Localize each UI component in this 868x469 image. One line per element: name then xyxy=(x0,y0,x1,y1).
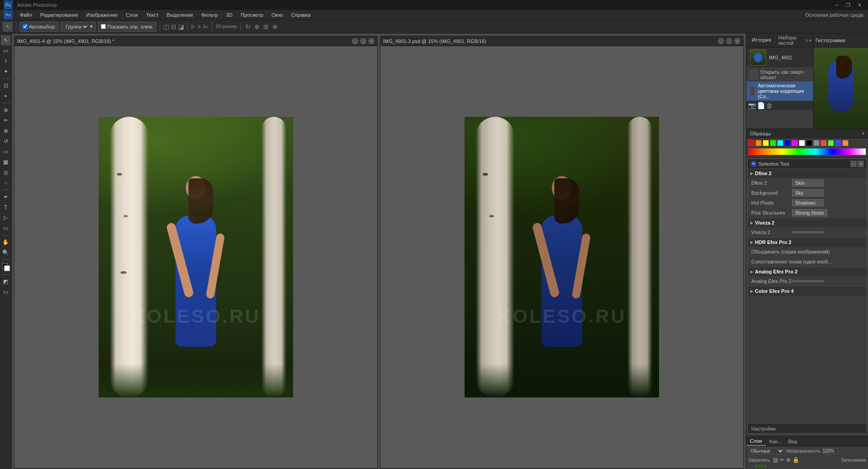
dfine2-value-1[interactable]: Sky xyxy=(792,189,824,196)
auto-select-toggle[interactable]: Автовыбор: xyxy=(19,22,59,32)
quick-mask-btn[interactable]: ◩ xyxy=(1,277,11,287)
paths-tab[interactable]: Вид xyxy=(786,437,800,445)
channels-tab[interactable]: Кан... xyxy=(766,437,786,445)
color-swatch[interactable] xyxy=(813,140,820,146)
layers-tab[interactable]: Слои xyxy=(746,437,766,446)
eraser-btn[interactable]: ▭ xyxy=(1,147,11,157)
analog-header[interactable]: ▶ Analog Efex Pro 2 xyxy=(748,267,867,276)
gradient-btn[interactable]: ▦ xyxy=(1,157,11,167)
selective-close-btn[interactable]: ✕ xyxy=(858,161,864,167)
viveza2-header[interactable]: ▶ Viveza 2 xyxy=(748,218,867,227)
window-controls[interactable]: Ps Adobe Photoshop xyxy=(4,0,57,10)
dfine2-section-header[interactable]: ▶ Dfine 2 xyxy=(748,169,867,178)
brush-tool-btn[interactable]: ✏ xyxy=(1,115,11,125)
menu-help[interactable]: Справка xyxy=(288,11,314,19)
align-right-btn[interactable]: ◪ xyxy=(178,23,184,30)
heal-tool-btn[interactable]: ⊛ xyxy=(1,105,11,115)
distribute-center-btn[interactable]: ⊧ xyxy=(198,23,201,30)
lasso-tool-btn[interactable]: ⌇ xyxy=(1,56,11,66)
3d-zoom-btn[interactable]: ⊞ xyxy=(263,23,269,30)
history-camera-icon[interactable]: 📷 xyxy=(748,102,756,109)
color-swatch[interactable] xyxy=(792,140,798,146)
lock-all-btn[interactable]: 🔒 xyxy=(792,457,799,463)
brushes-tab[interactable]: Наборы кистей xyxy=(775,34,806,47)
history-delete-icon[interactable]: 🗑 xyxy=(766,102,773,109)
dfine2-value-3[interactable]: Strong Noise xyxy=(792,209,827,216)
history-item-1[interactable]: Открыть как смарт-объект xyxy=(746,68,813,81)
color-swatch[interactable] xyxy=(821,140,827,146)
shape-tool-btn[interactable]: ▭ xyxy=(1,223,11,233)
analog-value-0[interactable] xyxy=(792,280,824,282)
selective-minimize-btn[interactable]: ─ xyxy=(850,161,857,167)
color-swatches[interactable] xyxy=(2,263,10,271)
show-controls-toggle[interactable]: Показать упр. элем. xyxy=(98,22,157,32)
color-swatch[interactable] xyxy=(799,140,805,146)
color-swatch[interactable] xyxy=(835,140,841,146)
doc-2-maximize[interactable] xyxy=(726,38,732,44)
eyedropper-btn[interactable]: ⌖ xyxy=(1,91,11,101)
screen-mode-btn[interactable]: ▭ xyxy=(1,287,11,297)
blur-btn[interactable]: ◎ xyxy=(1,168,11,177)
3d-pan-btn[interactable]: ⊕ xyxy=(254,23,260,30)
lock-transparent-btn[interactable]: ▨ xyxy=(773,457,778,463)
color-swatch[interactable] xyxy=(755,140,762,146)
menu-select[interactable]: Выделение xyxy=(163,11,197,19)
blend-mode-select[interactable]: Обычные xyxy=(748,448,784,455)
3d-rotate-btn[interactable]: ↻ xyxy=(245,23,251,30)
doc-1-maximize[interactable] xyxy=(360,38,366,44)
group-select[interactable]: Группа Слой ▾ xyxy=(61,22,96,32)
crop-tool-btn[interactable]: ⊡ xyxy=(1,81,11,91)
menu-filter[interactable]: Фильтр xyxy=(198,11,222,19)
menu-view[interactable]: Просмотр xyxy=(237,11,267,19)
opacity-input[interactable] xyxy=(822,448,838,454)
color-swatch[interactable] xyxy=(748,140,754,146)
3d-roll-btn[interactable]: ⊗ xyxy=(272,23,278,30)
auto-select-checkbox[interactable] xyxy=(23,24,28,29)
close-btn[interactable]: ✕ xyxy=(855,2,864,8)
layer-item-1[interactable]: 👁 IMG_4901 xyxy=(746,464,868,469)
dfine2-value-2[interactable]: Shadows xyxy=(792,199,824,206)
doc-1-close[interactable]: ✕ xyxy=(368,38,375,44)
restore-btn[interactable]: ❐ xyxy=(843,2,853,8)
dfine2-value-0[interactable]: Skin xyxy=(792,179,824,187)
window-resize-controls[interactable]: ─ ❐ ✕ xyxy=(832,2,864,8)
history-brush-btn[interactable]: ↺ xyxy=(1,136,11,146)
align-left-btn[interactable]: ◫ xyxy=(163,23,169,30)
dodge-btn[interactable]: ○ xyxy=(1,178,11,188)
zoom-tool-btn[interactable]: 🔍 xyxy=(1,248,11,258)
panel-collapse-btn[interactable]: ≡ xyxy=(806,38,808,43)
minimize-btn[interactable]: ─ xyxy=(832,2,841,8)
color-swatch[interactable] xyxy=(784,140,791,146)
doc-2-close[interactable]: ✕ xyxy=(734,38,740,44)
distribute-right-btn[interactable]: ⊨ xyxy=(203,23,209,30)
distribute-left-btn[interactable]: ⊩ xyxy=(191,23,196,30)
panel-menu-btn[interactable]: ▾ xyxy=(809,38,811,43)
lock-position-btn[interactable]: ⊕ xyxy=(786,457,791,463)
text-tool-btn[interactable]: T xyxy=(1,202,11,212)
color-swatch[interactable] xyxy=(763,140,769,146)
doc-2-minimize[interactable] xyxy=(718,38,724,44)
menu-3d[interactable]: 3D xyxy=(223,11,236,19)
color-swatch[interactable] xyxy=(806,140,812,146)
select-tool-btn[interactable]: ▭ xyxy=(1,46,11,56)
menu-edit[interactable]: Редактирование xyxy=(37,11,82,19)
history-tab[interactable]: История xyxy=(748,36,775,45)
move-tool-btn[interactable]: ↖ xyxy=(1,35,11,45)
clone-tool-btn[interactable]: ⊕ xyxy=(1,126,11,136)
move-tool[interactable]: ↖ xyxy=(3,22,13,32)
samples-menu-btn[interactable]: ▾ xyxy=(862,131,864,136)
color-swatch[interactable] xyxy=(777,140,783,146)
menu-window[interactable]: Окно xyxy=(268,11,287,19)
hdr-header[interactable]: ▶ HDR Efex Pro 2 xyxy=(748,238,867,247)
gradient-swatch-strip[interactable] xyxy=(748,148,866,155)
background-color[interactable] xyxy=(4,265,10,271)
path-select-btn[interactable]: ▷ xyxy=(1,213,11,223)
menu-text[interactable]: Текст xyxy=(142,11,162,19)
menu-layers[interactable]: Слои xyxy=(122,11,142,19)
color-swatch[interactable] xyxy=(828,140,834,146)
show-controls-checkbox[interactable] xyxy=(101,24,106,29)
menu-image[interactable]: Изображение xyxy=(83,11,121,19)
pen-tool-btn[interactable]: ✒ xyxy=(1,192,11,202)
lock-pixels-btn[interactable]: ✏ xyxy=(780,457,784,463)
doc-1-minimize[interactable] xyxy=(352,38,358,44)
